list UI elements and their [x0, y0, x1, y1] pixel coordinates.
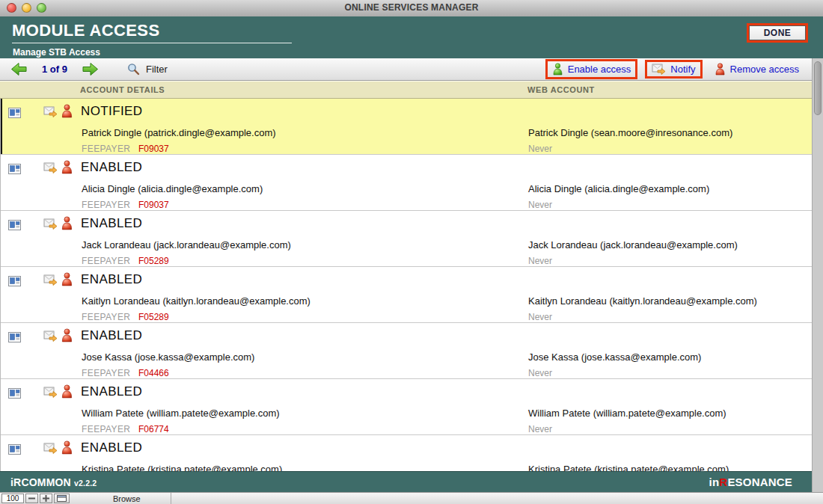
remove-access-label: Remove access [730, 64, 799, 75]
account-name-email: Patrick Dingle (patrick.dingle@example.c… [82, 127, 276, 138]
app-name: iRCOMMONv2.2.2 [10, 476, 97, 488]
last-login-value: Never [528, 312, 552, 322]
notify-envelope-icon[interactable] [43, 387, 58, 398]
access-status-label: NOTIFIED [81, 104, 143, 119]
feepayer-code[interactable]: F06774 [138, 424, 169, 434]
red-user-icon[interactable] [61, 216, 73, 230]
feepayer-label: FEEPAYER [82, 312, 130, 322]
done-button[interactable]: DONE [749, 25, 806, 40]
account-name-email: Kaitlyn Lorandeau (kaitlyn.lorandeau@exa… [82, 295, 310, 307]
web-account-name-email: Jose Kassa (jose.kassa@example.com) [528, 351, 701, 363]
zoom-in-button[interactable] [40, 494, 52, 503]
brand-logo: inRESONANCE [709, 476, 792, 488]
notify-envelope-icon[interactable] [43, 218, 58, 230]
next-record-icon[interactable] [82, 62, 99, 76]
page-subtitle: Manage STB Access [13, 47, 100, 58]
feepayer-code[interactable]: F04466 [138, 368, 169, 378]
statusbar-divider [171, 493, 171, 504]
account-name-email: William Patete (william.patete@example.c… [82, 408, 280, 419]
zoom-out-button[interactable] [25, 494, 38, 503]
feepayer-label: FEEPAYER [82, 256, 130, 266]
notify-button[interactable]: Notify [645, 60, 702, 79]
access-status-label: ENABLED [81, 272, 142, 287]
record-list: NOTIFIED Patrick Dingle (patrick.dingle@… [0, 99, 812, 497]
table-row[interactable]: ENABLED Alicia Dingle (alicia.dingle@exa… [1, 155, 812, 211]
remove-access-button[interactable]: Remove access [710, 61, 804, 77]
envelope-arrow-icon [652, 64, 666, 75]
feepayer-label: FEEPAYER [82, 368, 130, 378]
window-title: ONLINE SERVICES MANAGER [0, 2, 823, 13]
access-status-label: ENABLED [81, 160, 142, 175]
last-login-value: Never [528, 144, 552, 154]
red-user-icon[interactable] [61, 328, 73, 342]
notify-envelope-icon[interactable] [43, 331, 58, 342]
column-web-account: WEB ACCOUNT [527, 85, 595, 94]
green-user-icon [552, 63, 563, 76]
access-status-label: ENABLED [81, 440, 142, 455]
scrollbar-thumb[interactable] [814, 61, 822, 115]
record-detail-icon[interactable] [8, 388, 21, 399]
web-account-name-email: Alicia Dingle (alicia.dingle@example.com… [528, 183, 709, 194]
done-annotation-box: DONE [747, 23, 808, 43]
feepayer-label: FEEPAYER [82, 200, 130, 210]
table-row[interactable]: ENABLED William Patete (william.patete@e… [1, 379, 812, 435]
status-bar: 100 Browse [0, 492, 823, 504]
notify-label: Notify [670, 64, 695, 75]
red-user-icon[interactable] [61, 440, 73, 455]
magnifier-icon [127, 63, 140, 76]
red-user-icon[interactable] [61, 104, 73, 118]
column-account-details: ACCOUNT DETAILS [80, 85, 165, 94]
access-status-label: ENABLED [81, 384, 142, 399]
feepayer-code[interactable]: F09037 [138, 144, 169, 154]
web-account-name-email: William Patete (william.patete@example.c… [528, 408, 726, 419]
enable-access-button[interactable]: Enable access [545, 59, 638, 79]
previous-record-icon[interactable] [10, 62, 27, 76]
footer-bar: iRCOMMONv2.2.2 inRESONANCE [0, 471, 812, 492]
record-detail-icon[interactable] [8, 164, 21, 174]
record-detail-icon[interactable] [8, 108, 21, 118]
last-login-value: Never [528, 200, 552, 210]
table-row[interactable]: ENABLED Kaitlyn Lorandeau (kaitlyn.loran… [1, 267, 812, 323]
feepayer-code[interactable]: F05289 [138, 312, 169, 322]
record-detail-icon[interactable] [8, 276, 21, 286]
table-header: ACCOUNT DETAILS WEB ACCOUNT [0, 81, 812, 99]
app-version: v2.2.2 [74, 479, 97, 488]
last-login-value: Never [528, 424, 552, 434]
record-detail-icon[interactable] [8, 332, 21, 342]
record-detail-icon[interactable] [8, 220, 21, 230]
feepayer-label: FEEPAYER [82, 144, 130, 154]
web-account-name-email: Kaitlyn Lorandeau (kaitlyn.lorandeau@exa… [528, 295, 757, 307]
feepayer-label: FEEPAYER [82, 424, 130, 434]
page-title: MODULE ACCESS [12, 21, 292, 43]
feepayer-code[interactable]: F09037 [138, 200, 169, 210]
table-row[interactable]: ENABLED Jack Lorandeau (jack.lorandeau@e… [1, 211, 812, 267]
access-status-label: ENABLED [81, 328, 142, 343]
window-titlebar: ONLINE SERVICES MANAGER [0, 0, 823, 17]
account-name-email: Alicia Dingle (alicia.dingle@example.com… [82, 183, 263, 194]
vertical-scrollbar[interactable] [812, 58, 823, 492]
table-row[interactable]: NOTIFIED Patrick Dingle (patrick.dingle@… [1, 99, 812, 155]
red-user-icon [715, 63, 726, 76]
account-name-email: Jose Kassa (jose.kassa@example.com) [82, 351, 254, 363]
notify-envelope-icon[interactable] [43, 274, 58, 286]
mode-popup[interactable]: Browse [113, 494, 141, 503]
web-account-name-email: Patrick Dingle (sean.moore@inresonance.c… [528, 127, 732, 138]
filter-label: Filter [146, 64, 168, 75]
red-user-icon[interactable] [61, 160, 73, 174]
last-login-value: Never [528, 368, 552, 378]
red-user-icon[interactable] [61, 272, 73, 286]
table-row[interactable]: ENABLED Jose Kassa (jose.kassa@example.c… [1, 323, 812, 379]
zoom-level: 100 [1, 494, 24, 503]
notify-envelope-icon[interactable] [43, 162, 58, 173]
record-detail-icon[interactable] [8, 444, 21, 455]
filter-button[interactable]: Filter [127, 63, 168, 76]
red-user-icon[interactable] [61, 384, 73, 399]
notify-envelope-icon[interactable] [43, 443, 58, 454]
toggle-statusbar-button[interactable] [54, 494, 70, 503]
last-login-value: Never [528, 256, 552, 266]
notify-envelope-icon[interactable] [43, 106, 58, 117]
current-record-marker [0, 99, 2, 154]
feepayer-code[interactable]: F05289 [138, 256, 169, 266]
enable-access-label: Enable access [568, 64, 631, 75]
page-header: MODULE ACCESS Manage STB Access DONE [0, 16, 823, 58]
